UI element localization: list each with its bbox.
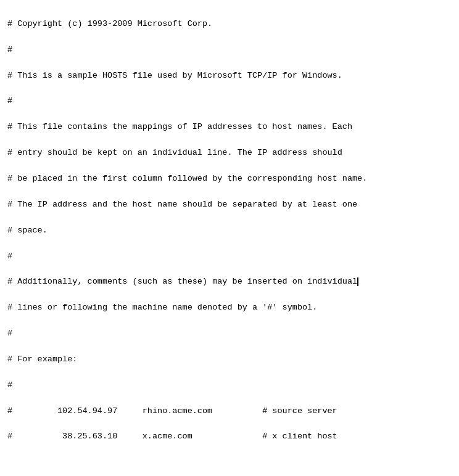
line-13: # [7, 329, 12, 338]
line-3: # This is a sample HOSTS file used by Mi… [7, 71, 342, 80]
line-1: # Copyright (c) 1993-2009 Microsoft Corp… [7, 19, 212, 28]
line-11: # Additionally, comments (such as these)… [7, 277, 357, 286]
line-17: # 38.25.63.10 x.acme.com # x client host [7, 432, 337, 441]
line-15: # [7, 380, 12, 390]
line-14: # For example: [7, 355, 77, 364]
text-editor-content[interactable]: # Copyright (c) 1993-2009 Microsoft Corp… [7, 5, 452, 476]
line-16: # 102.54.94.97 rhino.acme.com # source s… [7, 406, 337, 416]
line-6: # entry should be kept on an individual … [7, 148, 342, 157]
line-12: # lines or following the machine name de… [7, 303, 317, 312]
line-2: # [7, 45, 12, 54]
line-10: # [7, 252, 12, 261]
line-5: # This file contains the mappings of IP … [7, 122, 352, 131]
line-7: # be placed in the first column followed… [7, 174, 367, 183]
text-cursor [357, 277, 358, 287]
line-9: # space. [7, 226, 48, 235]
line-4: # [7, 96, 12, 105]
line-8: # The IP address and the host name shoul… [7, 200, 357, 209]
